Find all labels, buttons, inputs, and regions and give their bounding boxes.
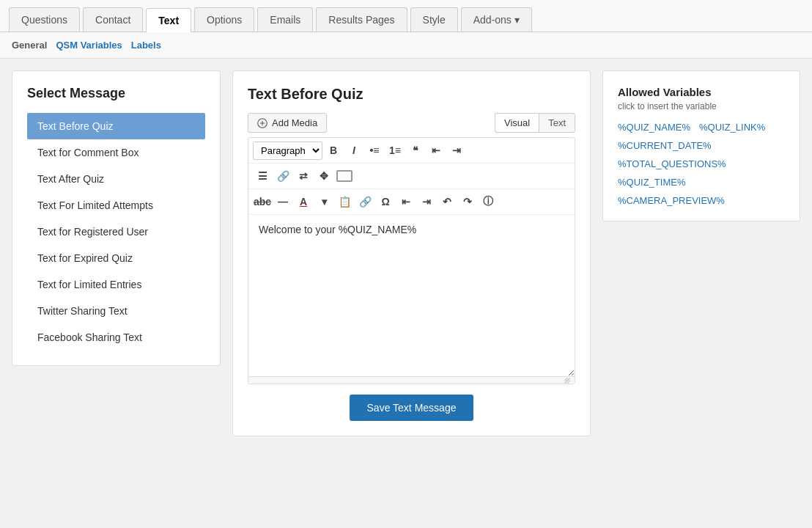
message-item-text-for-registered-user[interactable]: Text for Registered User (27, 219, 205, 245)
insert-link2-button[interactable]: 🔗 (355, 192, 374, 211)
fullscreen-button[interactable]: ✥ (314, 166, 333, 186)
variable-total-questions[interactable]: %TOTAL_QUESTIONS% (618, 158, 726, 169)
message-item-text-before-quiz[interactable]: Text Before Quiz (27, 113, 205, 139)
add-media-icon (257, 118, 267, 128)
bold-button[interactable]: B (324, 141, 343, 160)
add-media-label: Add Media (272, 117, 317, 128)
tab-questions[interactable]: Questions (9, 7, 80, 32)
tab-text[interactable]: Text (146, 8, 191, 32)
italic-button[interactable]: I (344, 141, 363, 160)
select-message-title: Select Message (27, 86, 205, 101)
subnav-qsm-variables[interactable]: QSM Variables (56, 40, 122, 51)
editor-toolbar-top: Add Media Visual Text (248, 113, 575, 133)
variable-current-date[interactable]: %CURRENT_DATE% (618, 140, 712, 151)
subnav-labels[interactable]: Labels (131, 40, 161, 51)
color-picker-box (336, 170, 353, 182)
message-item-text-for-expired-quiz[interactable]: Text for Expired Quiz (27, 245, 205, 271)
editor-resize-handle (248, 376, 575, 384)
view-tab-visual[interactable]: Visual (495, 113, 539, 133)
help-button[interactable]: ⓘ (479, 192, 498, 211)
resize-icon (563, 376, 572, 385)
message-item-twitter-sharing-text[interactable]: Twitter Sharing Text (27, 298, 205, 324)
unordered-list-button[interactable]: •≡ (365, 141, 384, 160)
tab-contact[interactable]: Contact (83, 7, 143, 32)
indent-button[interactable]: ⇤ (396, 192, 416, 211)
variable-quiz-link[interactable]: %QUIZ_LINK% (699, 122, 765, 133)
variable-camera-preview[interactable]: %CAMERA_PREVIEW% (618, 195, 725, 206)
toolbar-row-2: ☰ 🔗 ⇄ ✥ (248, 164, 575, 189)
text-color-dropdown[interactable]: ▾ (314, 192, 333, 211)
editor-title: Text Before Quiz (248, 86, 575, 103)
ordered-list-button[interactable]: 1≡ (385, 141, 405, 160)
subnav-general[interactable]: General (12, 40, 47, 51)
save-button-row: Save Text Message (248, 395, 575, 421)
add-media-button[interactable]: Add Media (248, 113, 327, 133)
blockquote-button[interactable]: ❝ (406, 141, 425, 160)
link-button[interactable]: 🔗 (273, 166, 292, 186)
text-color-button[interactable]: A (294, 192, 313, 211)
horizontal-rule-button[interactable]: — (273, 192, 292, 211)
tab-options[interactable]: Options (194, 7, 254, 32)
left-panel: Select Message Text Before Quiz Text for… (12, 70, 221, 366)
paste-text-button[interactable]: 📋 (335, 192, 354, 211)
center-panel: Text Before Quiz Add Media Visual Text P… (232, 70, 591, 436)
tab-emails[interactable]: Emails (257, 7, 313, 32)
variable-row-5: %CAMERA_PREVIEW% (618, 195, 785, 206)
align-left2-button[interactable]: ☰ (253, 166, 272, 186)
allowed-variables-title: Allowed Variables (618, 86, 785, 98)
variable-row-2: %CURRENT_DATE% (618, 140, 785, 151)
editor-content[interactable]: Welcome to your %QUIZ_NAME% (248, 215, 575, 376)
tab-results-pages[interactable]: Results Pages (316, 7, 407, 32)
omega-button[interactable]: Ω (376, 192, 395, 211)
undo-button[interactable]: ↶ (438, 192, 457, 211)
toolbar-row-3: abc — A ▾ 📋 🔗 Ω ⇤ ⇥ ↶ ↷ ⓘ (248, 189, 575, 215)
toolbar-row-1: Paragraph Heading 1 Heading 2 Heading 3 … (248, 138, 575, 164)
strikethrough-button[interactable]: abc (253, 192, 272, 211)
outdent-button[interactable]: ⇥ (417, 192, 436, 211)
paragraph-select[interactable]: Paragraph Heading 1 Heading 2 Heading 3 (253, 142, 322, 160)
add-ons-label: Add-ons (473, 14, 512, 26)
message-item-facebook-sharing-text[interactable]: Facebook Sharing Text (27, 324, 205, 351)
message-item-text-for-limited-entries[interactable]: Text for Limited Entries (27, 271, 205, 298)
sub-nav: General QSM Variables Labels (0, 32, 812, 59)
variable-row-1: %QUIZ_NAME% %QUIZ_LINK% (618, 122, 785, 133)
right-panel: Allowed Variables click to insert the va… (602, 70, 800, 221)
view-tab-text[interactable]: Text (539, 113, 575, 133)
variable-quiz-time[interactable]: %QUIZ_TIME% (618, 177, 685, 188)
message-list: Text Before Quiz Text for Comment Box Te… (27, 113, 205, 351)
message-item-text-for-comment-box[interactable]: Text for Comment Box (27, 139, 205, 166)
editor-box: Paragraph Heading 1 Heading 2 Heading 3 … (248, 137, 575, 384)
allowed-variables-subtitle: click to insert the variable (618, 101, 785, 111)
view-tabs: Visual Text (495, 113, 575, 133)
variable-row-3: %TOTAL_QUESTIONS% (618, 158, 785, 169)
redo-button[interactable]: ↷ (458, 192, 477, 211)
main-content: Select Message Text Before Quiz Text for… (0, 59, 812, 448)
top-nav: Questions Contact Text Options Emails Re… (0, 0, 812, 32)
chevron-down-icon: ▾ (514, 14, 520, 26)
save-text-message-button[interactable]: Save Text Message (350, 395, 474, 421)
align-right-button[interactable]: ⇥ (447, 141, 466, 160)
justify-button[interactable]: ⇄ (294, 166, 313, 186)
align-left-button[interactable]: ⇤ (427, 141, 446, 160)
variable-quiz-name[interactable]: %QUIZ_NAME% (618, 122, 690, 133)
tab-style[interactable]: Style (410, 7, 458, 32)
variable-row-4: %QUIZ_TIME% (618, 177, 785, 188)
tab-add-ons[interactable]: Add-ons ▾ (461, 7, 532, 32)
variable-list: %QUIZ_NAME% %QUIZ_LINK% %CURRENT_DATE% %… (618, 122, 785, 206)
message-item-text-for-limited-attempts[interactable]: Text For Limited Attempts (27, 192, 205, 219)
message-item-text-after-quiz[interactable]: Text After Quiz (27, 166, 205, 192)
